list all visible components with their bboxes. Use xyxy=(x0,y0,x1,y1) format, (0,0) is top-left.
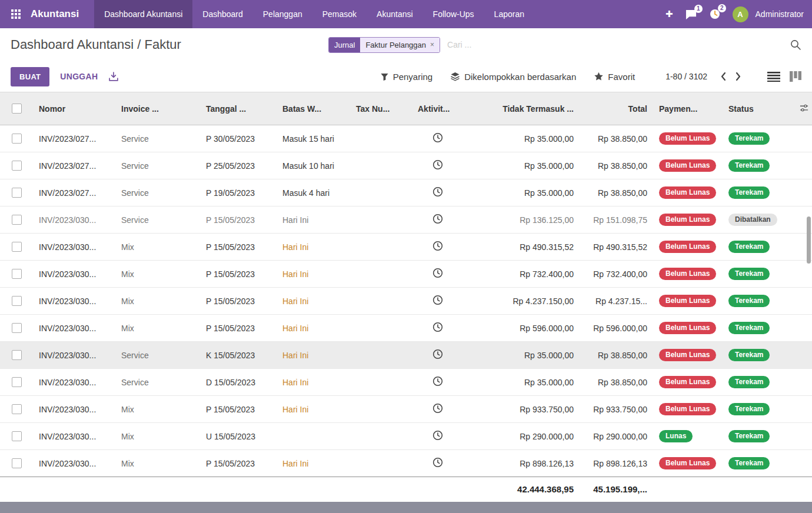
pager-next-button[interactable] xyxy=(731,71,746,82)
messages-count-badge: 1 xyxy=(694,5,703,13)
import-button[interactable] xyxy=(108,72,119,82)
row-checkbox[interactable] xyxy=(12,215,22,225)
tax-number-cell xyxy=(350,179,412,206)
upload-button[interactable]: UNGGAH xyxy=(60,72,98,81)
row-checkbox[interactable] xyxy=(12,161,22,171)
header-batas-waktu[interactable]: Batas W... xyxy=(277,92,350,125)
invoice-number-cell: INV/2023/030... xyxy=(33,450,115,477)
facet-remove-icon[interactable]: × xyxy=(430,41,434,48)
untaxed-amount-cell: Rp 35.000,00 xyxy=(464,369,580,396)
search-input[interactable] xyxy=(446,39,781,50)
filter-funnel-icon xyxy=(380,72,389,81)
avatar[interactable]: A xyxy=(733,6,748,22)
row-end-cell xyxy=(793,179,812,206)
table-row[interactable]: INV/2023/030... Mix P 15/05/2023 Hari In… xyxy=(0,288,812,315)
quick-create-button[interactable]: ✚ xyxy=(665,9,673,19)
table-row[interactable]: INV/2023/027... Service P 30/05/2023 Mas… xyxy=(0,125,812,152)
filters-menu[interactable]: Penyaring xyxy=(380,72,433,82)
menu-item-dashboard-akuntansi[interactable]: Dashboard Akuntansi xyxy=(94,0,192,28)
header-tanggal[interactable]: Tanggal ... xyxy=(200,92,277,125)
row-checkbox[interactable] xyxy=(12,404,22,414)
breadcrumb-parent[interactable]: Dashboard Akuntansi xyxy=(11,37,134,52)
messages-menu[interactable]: 1 xyxy=(685,9,697,20)
activity-clock-icon[interactable] xyxy=(432,132,443,143)
table-row[interactable]: INV/2023/030... Mix P 15/05/2023 Hari In… xyxy=(0,261,812,288)
status-badge: Terekam xyxy=(728,186,770,199)
table-row[interactable]: INV/2023/027... Service P 25/05/2023 Mas… xyxy=(0,152,812,179)
table-row[interactable]: INV/2023/030... Mix P 15/05/2023 Hari In… xyxy=(0,396,812,423)
activity-clock-icon[interactable] xyxy=(432,430,443,441)
activity-clock-icon[interactable] xyxy=(432,159,443,170)
header-tidak-termasuk[interactable]: Tidak Termasuk ... xyxy=(464,92,580,125)
table-row[interactable]: INV/2023/030... Mix U 15/05/2023 Rp 290.… xyxy=(0,423,812,450)
menu-item-laporan[interactable]: Laporan xyxy=(484,0,534,28)
header-tax-number[interactable]: Tax Nu... xyxy=(350,92,412,125)
table-row[interactable]: INV/2023/027... Service P 19/05/2023 Mas… xyxy=(0,179,812,206)
activity-clock-icon[interactable] xyxy=(432,349,443,359)
row-checkbox[interactable] xyxy=(12,458,22,468)
group-by-menu[interactable]: Dikelompokkan berdasarkan xyxy=(450,72,576,82)
menu-item-dashboard[interactable]: Dashboard xyxy=(192,0,253,28)
invoice-number-cell: INV/2023/030... xyxy=(33,423,115,450)
untaxed-amount-cell: Rp 933.750,00 xyxy=(464,396,580,423)
row-checkbox[interactable] xyxy=(12,377,22,387)
activity-clock-icon[interactable] xyxy=(432,403,443,414)
row-checkbox[interactable] xyxy=(12,134,22,144)
activity-clock-icon[interactable] xyxy=(432,376,443,387)
activity-clock-icon[interactable] xyxy=(432,241,443,251)
row-checkbox[interactable] xyxy=(12,269,22,279)
activity-clock-icon[interactable] xyxy=(432,268,443,278)
menu-item-pemasok[interactable]: Pemasok xyxy=(312,0,367,28)
activity-clock-icon[interactable] xyxy=(432,186,443,197)
table-row[interactable]: INV/2023/030... Service P 15/05/2023 Har… xyxy=(0,206,812,234)
search-button[interactable] xyxy=(790,39,801,51)
header-payment[interactable]: Paymen... xyxy=(653,92,723,125)
scrollbar-thumb[interactable] xyxy=(807,216,811,264)
header-total[interactable]: Total xyxy=(580,92,653,125)
favorites-menu[interactable]: Favorit xyxy=(594,72,635,82)
activity-clock-icon[interactable] xyxy=(432,322,443,332)
pager-previous-button[interactable] xyxy=(716,71,731,82)
create-button[interactable]: BUAT xyxy=(11,67,49,86)
activity-clock-icon[interactable] xyxy=(432,214,443,224)
tax-number-cell xyxy=(350,261,412,288)
search-options: Penyaring Dikelompokkan berdasarkan Favo… xyxy=(380,72,635,82)
activity-clock-icon[interactable] xyxy=(432,295,443,305)
list-view-button[interactable] xyxy=(767,71,780,82)
status-badge: Dibatalkan xyxy=(728,214,777,226)
control-panel-buttons: BUAT UNGGAH Penyaring xyxy=(0,61,812,92)
row-checkbox[interactable] xyxy=(12,242,22,252)
menu-item-pelanggan[interactable]: Pelanggan xyxy=(253,0,312,28)
invoice-date-cell: P 15/05/2023 xyxy=(200,234,277,261)
payment-status-badge: Belum Lunas xyxy=(659,457,716,469)
table-row[interactable]: INV/2023/030... Service K 15/05/2023 Har… xyxy=(0,342,812,369)
status-cell: Terekam xyxy=(723,288,793,315)
status-cell: Terekam xyxy=(723,261,793,288)
apps-menu-button[interactable] xyxy=(6,0,26,28)
menu-item-akuntansi[interactable]: Akuntansi xyxy=(367,0,422,28)
user-menu[interactable]: Administrator xyxy=(756,9,804,19)
row-checkbox[interactable] xyxy=(12,350,22,360)
table-row[interactable]: INV/2023/030... Mix P 15/05/2023 Hari In… xyxy=(0,234,812,261)
activities-menu[interactable]: 2 xyxy=(709,8,721,20)
table-row[interactable]: INV/2023/030... Mix P 15/05/2023 Hari In… xyxy=(0,315,812,342)
activity-clock-icon[interactable] xyxy=(432,457,443,468)
row-checkbox[interactable] xyxy=(12,323,22,333)
table-row[interactable]: INV/2023/030... Mix P 15/05/2023 Hari In… xyxy=(0,450,812,477)
row-checkbox[interactable] xyxy=(12,431,22,441)
header-invoice[interactable]: Invoice ... xyxy=(115,92,200,125)
menu-item-follow-ups[interactable]: Follow-Ups xyxy=(423,0,484,28)
header-nomor[interactable]: Nomor xyxy=(33,92,115,125)
untaxed-amount-cell: Rp 898.126,13 xyxy=(464,450,580,477)
app-brand[interactable]: Akuntansi xyxy=(31,8,79,20)
row-checkbox[interactable] xyxy=(12,188,22,198)
header-status[interactable]: Status xyxy=(723,92,793,125)
due-date-cell: Hari Ini xyxy=(277,206,350,234)
header-aktivitas[interactable]: Aktivit... xyxy=(412,92,464,125)
row-checkbox[interactable] xyxy=(12,296,22,306)
header-options[interactable] xyxy=(793,92,812,125)
invoice-number-cell: INV/2023/030... xyxy=(33,342,115,369)
select-all-checkbox[interactable] xyxy=(12,104,22,114)
kanban-view-button[interactable] xyxy=(790,71,801,82)
table-row[interactable]: INV/2023/030... Service D 15/05/2023 Har… xyxy=(0,369,812,396)
